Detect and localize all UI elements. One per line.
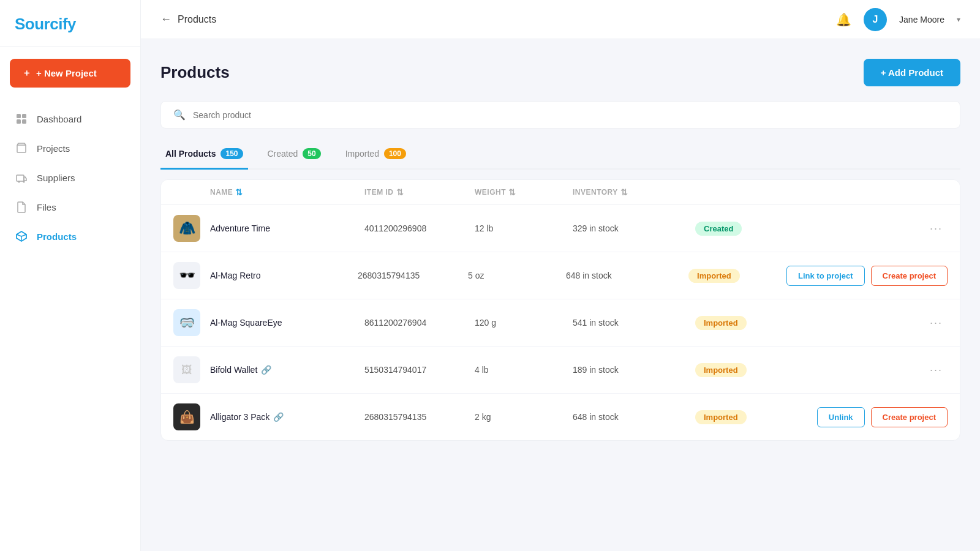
more-options-button[interactable]: ··· <box>925 314 948 332</box>
col-status <box>695 187 793 197</box>
files-label: Files <box>37 202 56 212</box>
logo: Sourcify <box>0 0 140 47</box>
svg-point-6 <box>23 181 25 183</box>
product-thumbnail: 🖼 <box>173 356 200 383</box>
col-itemid-label: ITEM ID <box>364 188 394 197</box>
user-name-label: Jane Moore <box>899 15 944 24</box>
tab-imported-label: Imported <box>345 149 379 159</box>
tab-imported[interactable]: Imported 100 <box>341 141 411 170</box>
product-inventory: 648 in stock <box>566 271 688 280</box>
sidebar-item-projects[interactable]: Projects <box>0 134 140 162</box>
suppliers-icon <box>15 171 28 184</box>
product-inventory: 329 in stock <box>573 223 695 233</box>
table-row: 🥽 Al-Mag SquareEye 8611200276904 120 g 5… <box>161 299 960 347</box>
inventory-sort-icon[interactable]: ⇅ <box>620 187 628 197</box>
main-area: ← Products 🔔 J Jane Moore ▾ Products + A… <box>141 0 980 551</box>
col-name-label: NAME <box>210 188 233 197</box>
table-row: 🖼 Bifold Wallet 🔗 5150314794017 4 lb 189… <box>161 347 960 394</box>
more-options-button[interactable]: ··· <box>925 361 948 379</box>
status-badge: Imported <box>695 316 747 330</box>
search-icon: 🔍 <box>173 109 186 121</box>
status-badge: Imported <box>695 363 747 377</box>
sidebar-item-files[interactable]: Files <box>0 193 140 221</box>
product-name: Al-Mag Retro <box>210 271 358 280</box>
product-name: Adventure Time <box>210 223 364 233</box>
status-badge: Imported <box>695 410 747 424</box>
svg-rect-3 <box>22 119 26 124</box>
product-name: Alligator 3 Pack 🔗 <box>210 412 364 422</box>
col-thumb <box>173 187 210 197</box>
tab-all-label: All Products <box>165 149 216 159</box>
product-thumbnail: 🥽 <box>173 309 200 336</box>
sidebar: Sourcify ＋ + New Project Dashboard <box>0 0 141 551</box>
product-status: Imported <box>695 316 793 330</box>
product-name-text: Al-Mag Retro <box>210 271 260 280</box>
tab-created-badge: 50 <box>303 148 320 159</box>
sidebar-item-products[interactable]: Products <box>0 222 140 250</box>
table-row: 🧥 Adventure Time 4011200296908 12 lb 329… <box>161 205 960 252</box>
product-status: Imported <box>695 363 793 377</box>
product-link-icon: 🔗 <box>273 412 284 422</box>
row-actions: Unlink Create project <box>793 407 948 427</box>
tab-imported-badge: 100 <box>384 148 406 159</box>
svg-rect-1 <box>22 114 26 118</box>
col-item-id: ITEM ID ⇅ <box>364 187 475 197</box>
products-icon <box>15 230 28 243</box>
product-inventory: 189 in stock <box>573 365 695 375</box>
name-sort-icon[interactable]: ⇅ <box>235 187 243 197</box>
weight-sort-icon[interactable]: ⇅ <box>508 187 516 197</box>
user-chevron-icon[interactable]: ▾ <box>957 15 960 24</box>
unlink-button[interactable]: Unlink <box>817 407 865 427</box>
wallet-placeholder-icon: 🖼 <box>181 364 192 377</box>
dashboard-label: Dashboard <box>37 114 81 124</box>
new-project-plus: ＋ <box>22 67 31 79</box>
add-product-button[interactable]: + Add Product <box>864 59 960 86</box>
svg-rect-0 <box>17 114 21 118</box>
create-project-button[interactable]: Create project <box>871 266 948 286</box>
tab-created[interactable]: Created 50 <box>263 141 326 170</box>
app-name: Sourcify <box>15 15 76 33</box>
dashboard-icon <box>15 112 28 126</box>
new-project-button[interactable]: ＋ + New Project <box>10 59 130 88</box>
product-thumbnail: 🧥 <box>173 215 200 242</box>
product-inventory: 541 in stock <box>573 318 695 328</box>
back-arrow-icon[interactable]: ← <box>160 13 172 26</box>
projects-label: Projects <box>37 143 70 154</box>
table-row: 👜 Alligator 3 Pack 🔗 2680315794135 2 kg … <box>161 394 960 440</box>
product-thumb-emoji: 👜 <box>179 410 195 424</box>
col-name: NAME ⇅ <box>210 187 364 197</box>
more-options-button[interactable]: ··· <box>925 220 948 238</box>
product-thumb-emoji: 🕶️ <box>179 268 195 283</box>
product-status: Imported <box>695 410 793 424</box>
tab-all-products[interactable]: All Products 150 <box>160 141 248 170</box>
add-product-label: + Add Product <box>881 67 943 78</box>
products-label: Products <box>37 231 77 242</box>
top-header: ← Products 🔔 J Jane Moore ▾ <box>141 0 980 39</box>
sidebar-item-suppliers[interactable]: Suppliers <box>0 163 140 192</box>
row-actions: ··· <box>793 314 948 332</box>
svg-rect-4 <box>17 175 24 181</box>
col-weight-label: WEIGHT <box>475 188 506 197</box>
svg-line-10 <box>21 234 26 236</box>
row-actions: Link to project Create project <box>786 266 948 286</box>
col-inventory-label: INVENTORY <box>573 188 618 197</box>
product-weight: 5 oz <box>468 271 566 280</box>
product-inventory: 648 in stock <box>573 412 695 422</box>
sidebar-item-dashboard[interactable]: Dashboard <box>0 105 140 133</box>
itemid-sort-icon[interactable]: ⇅ <box>396 187 404 197</box>
product-status: Created <box>695 222 793 236</box>
col-inventory: INVENTORY ⇅ <box>573 187 695 197</box>
product-item-id: 2680315794135 <box>364 412 475 422</box>
svg-rect-2 <box>17 119 21 124</box>
product-link-icon: 🔗 <box>261 365 271 375</box>
product-thumbnail: 🕶️ <box>173 262 200 289</box>
link-to-project-button[interactable]: Link to project <box>786 266 865 286</box>
row-actions: ··· <box>793 361 948 379</box>
notification-bell-icon[interactable]: 🔔 <box>836 12 851 27</box>
header-right: 🔔 J Jane Moore ▾ <box>836 8 960 31</box>
new-project-label: + New Project <box>36 68 97 78</box>
product-weight: 4 lb <box>475 365 573 375</box>
header-breadcrumb: Products <box>178 14 216 25</box>
create-project-button[interactable]: Create project <box>871 407 948 427</box>
search-input[interactable] <box>193 110 948 120</box>
